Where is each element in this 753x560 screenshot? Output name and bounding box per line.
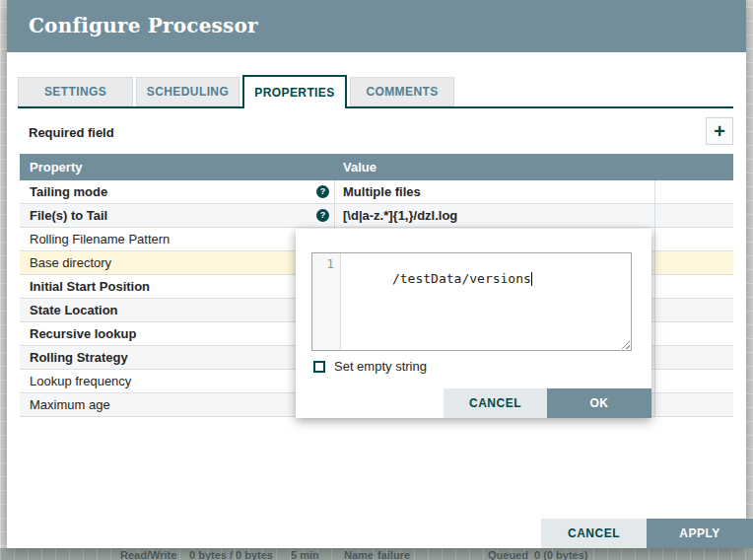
property-name: Initial Start Position — [30, 279, 150, 294]
value-editor-textarea[interactable]: 1 /testData/versions — [311, 252, 632, 351]
tab-properties[interactable]: PROPERTIES — [242, 75, 347, 108]
table-row[interactable]: File(s) to Tail [\d|a-z.*]{1,}/dzl.log — [20, 204, 733, 228]
tab-comments[interactable]: COMMENTS — [350, 77, 454, 106]
property-name: Maximum age — [30, 397, 110, 412]
editor-ok-button[interactable]: OK — [547, 388, 651, 418]
property-name: Recursive lookup — [30, 326, 136, 341]
tab-scheduling[interactable]: SCHEDULING — [136, 77, 240, 106]
canvas-stat-text: failure — [377, 549, 410, 560]
property-name: Base directory — [30, 255, 111, 270]
canvas-stat-text: 0 bytes / 0 bytes — [189, 549, 273, 560]
table-header: Property Value — [20, 154, 733, 180]
dialog-title: Configure Processor — [29, 14, 258, 37]
editor-cancel-button[interactable]: CANCEL — [444, 388, 547, 418]
checkbox-label: Set empty string — [334, 359, 427, 374]
canvas-stat-text: Read/Write — [120, 549, 176, 560]
set-empty-string-checkbox[interactable] — [313, 361, 325, 373]
canvas-stat-text: 5 min — [291, 549, 319, 560]
property-name: State Location — [30, 303, 118, 317]
question-circle-icon[interactable] — [316, 185, 329, 198]
dialog-header: Configure Processor — [7, 0, 746, 52]
text-caret — [531, 272, 532, 286]
property-name: Rolling Strategy — [30, 350, 128, 365]
add-property-button[interactable]: + — [706, 117, 733, 145]
dialog-apply-button[interactable]: APPLY — [647, 519, 753, 548]
column-header-value: Value — [335, 160, 655, 175]
plus-icon: + — [707, 118, 732, 144]
table-row[interactable]: Tailing mode Multiple files — [20, 180, 733, 204]
column-header-property: Property — [20, 160, 335, 175]
canvas-stat-text: Queued 0 (0 bytes) — [488, 549, 587, 560]
question-circle-icon[interactable] — [316, 209, 329, 222]
resize-handle-icon[interactable] — [620, 339, 630, 349]
canvas-stat-text: Name — [344, 549, 374, 560]
property-name: File(s) to Tail — [30, 208, 107, 223]
property-value: [\d|a-z.*]{1,}/dzl.log — [343, 208, 457, 223]
property-name: Tailing mode — [30, 184, 107, 199]
editor-line-number: 1 — [312, 253, 341, 350]
property-value: Multiple files — [343, 184, 421, 199]
editor-text: /testData/versions — [392, 271, 531, 286]
canvas-backdrop: Read/Write 0 bytes / 0 bytes 5 min Name … — [0, 548, 753, 560]
dialog-cancel-button[interactable]: CANCEL — [541, 519, 647, 548]
tab-bar: SETTINGS SCHEDULING PROPERTIES COMMENTS — [18, 75, 733, 108]
property-name: Rolling Filename Pattern — [30, 232, 170, 246]
required-field-label: Required field — [29, 125, 114, 140]
value-editor-popup: 1 /testData/versions Set empty string CA… — [296, 229, 651, 418]
tab-settings[interactable]: SETTINGS — [18, 77, 133, 106]
property-name: Lookup frequency — [30, 374, 131, 388]
